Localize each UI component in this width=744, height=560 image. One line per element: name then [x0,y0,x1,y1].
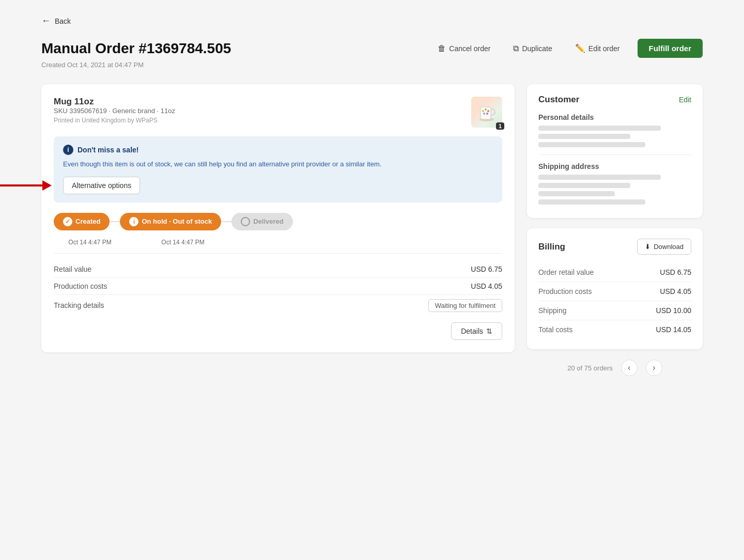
back-label: Back [55,17,71,25]
status-connector-1 [110,221,120,222]
product-info: Mug 11oz SKU 3395067619 · Generic brand … [54,97,175,132]
order-title: Manual Order #1369784.505 [41,40,231,57]
billing-production-row: Production costs USD 4.05 [538,282,691,301]
pencil-icon: ✏️ [575,43,585,53]
product-sku: SKU 3395067619 · Generic brand · 11oz [54,107,175,115]
download-button[interactable]: ⬇ Download [637,239,691,255]
status-created: ✓ Created [54,213,110,230]
pagination: 20 of 75 orders ‹ › [527,360,703,376]
details-wrap: Details ⇅ [54,316,502,340]
cost-section: Retail value USD 6.75 Production costs U… [54,261,502,316]
shipping-detail-3 [538,191,615,196]
customer-card: Customer Edit Personal details Shipping … [527,84,703,218]
retail-value-row: Retail value USD 6.75 [54,261,502,278]
svg-point-5 [483,113,485,115]
hold-info-icon: i [129,217,138,226]
product-image-wrap: 1 [471,97,502,128]
product-name: Mug 11oz [54,97,175,107]
hold-date: Oct 14 4:47 PM [131,239,235,246]
product-card: Mug 11oz SKU 3395067619 · Generic brand … [41,84,515,352]
status-dates: Oct 14 4:47 PM Oct 14 4:47 PM [54,239,502,246]
customer-card-header: Customer Edit [538,95,691,105]
customer-edit-link[interactable]: Edit [679,96,691,104]
info-icon: i [63,145,73,155]
shipping-detail-2 [538,183,630,188]
alt-options-wrap: Alternative options [63,177,493,194]
alert-title: i Don't miss a sale! [63,145,493,155]
main-layout: Mug 11oz SKU 3395067619 · Generic brand … [41,84,703,376]
header-actions: 🗑 Cancel order ⧉ Duplicate ✏️ Edit order… [432,39,703,58]
left-column: Mug 11oz SKU 3395067619 · Generic brand … [41,84,515,363]
personal-detail-1 [538,126,661,131]
product-header: Mug 11oz SKU 3395067619 · Generic brand … [54,97,502,132]
personal-detail-3 [538,142,645,147]
duplicate-icon: ⧉ [513,44,519,53]
tracking-badge: Waiting for fulfilment [428,299,502,312]
status-connector-2 [221,221,231,222]
status-delivered: Delivered [231,213,293,230]
svg-point-2 [482,110,484,112]
billing-card-header: Billing ⬇ Download [538,239,691,255]
billing-shipping-row: Shipping USD 10.00 [538,301,691,320]
check-icon: ✓ [63,217,72,226]
back-link[interactable]: ← Back [41,15,703,26]
details-button[interactable]: Details ⇅ [451,322,502,340]
personal-detail-2 [538,134,630,139]
red-arrow [0,180,52,191]
shipping-detail-1 [538,175,661,180]
back-arrow-icon: ← [41,15,51,26]
edit-order-button[interactable]: ✏️ Edit order [570,40,625,56]
delivered-circle-icon [241,217,250,226]
alert-box: i Don't miss a sale! Even though this it… [54,136,502,203]
cancel-order-button[interactable]: 🗑 Cancel order [432,41,495,56]
created-date: Oct 14 4:47 PM [59,239,121,246]
tracking-row: Tracking details Waiting for fulfilment [54,295,502,316]
product-quantity-badge: 1 [496,122,504,130]
fulfill-order-button[interactable]: Fulfill order [638,39,703,58]
status-track: ✓ Created i On hold · Out of stock [54,213,502,246]
shipping-detail-4 [538,199,645,205]
product-print: Printed in United Kingdom by WPaPS [54,117,175,124]
svg-point-6 [486,113,488,115]
pagination-text: 20 of 75 orders [567,364,612,372]
duplicate-button[interactable]: ⧉ Duplicate [508,41,557,56]
status-bar: ✓ Created i On hold · Out of stock [54,213,502,230]
svg-point-4 [487,110,489,112]
alternative-options-button[interactable]: Alternative options [63,177,140,194]
production-cost-row: Production costs USD 4.05 [54,278,502,295]
svg-point-3 [485,108,487,111]
chevron-updown-icon: ⇅ [486,327,492,335]
right-column: Customer Edit Personal details Shipping … [527,84,703,376]
alert-text: Even though this item is out of stock, w… [63,159,493,169]
page-header: Manual Order #1369784.505 🗑 Cancel order… [41,39,703,58]
billing-card: Billing ⬇ Download Order retail value US… [527,228,703,349]
shipping-address-label: Shipping address [538,162,691,170]
prev-page-button[interactable]: ‹ [621,360,638,376]
order-date: Created Oct 14, 2021 at 04:47 PM [41,61,703,69]
billing-total-row: Total costs USD 14.05 [538,320,691,339]
download-icon: ⬇ [645,243,650,251]
customer-title: Customer [538,95,579,105]
billing-title: Billing [538,242,565,252]
personal-details-label: Personal details [538,113,691,121]
trash-icon: 🗑 [438,44,446,53]
status-hold: i On hold · Out of stock [120,213,221,230]
next-page-button[interactable]: › [646,360,662,376]
billing-retail-row: Order retail value USD 6.75 [538,263,691,282]
